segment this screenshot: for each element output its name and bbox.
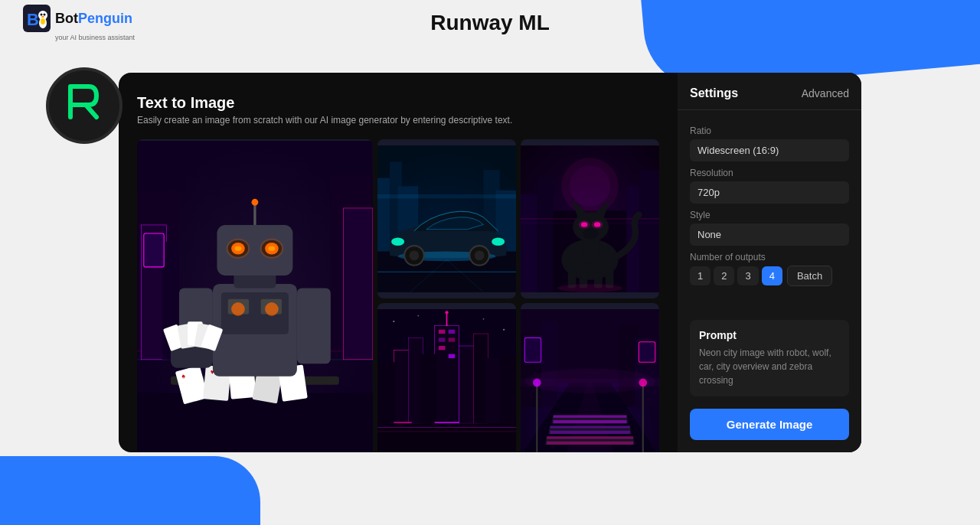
section-title: Text to Image [137, 94, 659, 112]
svg-point-7 [41, 18, 45, 24]
svg-rect-33 [297, 288, 331, 364]
svg-rect-73 [639, 170, 659, 292]
svg-point-121 [445, 311, 448, 314]
svg-point-98 [482, 318, 484, 320]
prompt-text[interactable]: Neon city image with robot, wolf, car, c… [699, 346, 840, 387]
settings-header: Settings Advanced [678, 73, 861, 110]
output-btn-2[interactable]: 2 [714, 266, 734, 285]
city-image [377, 303, 516, 452]
svg-point-65 [409, 250, 419, 260]
main-card: Text to Image Easily create an image fro… [119, 73, 861, 452]
grid-item-robot: ♠ ♥ [137, 139, 373, 452]
svg-point-30 [231, 302, 245, 316]
svg-rect-104 [448, 338, 455, 341]
svg-rect-116 [394, 422, 411, 423]
svg-point-4 [41, 14, 43, 16]
svg-marker-139 [547, 436, 633, 439]
runway-logo [46, 67, 122, 144]
svg-rect-102 [448, 330, 455, 334]
svg-marker-136 [554, 420, 627, 423]
prompt-section: Prompt Neon city image with robot, wolf,… [690, 320, 849, 396]
ratio-label: Ratio [690, 126, 849, 136]
svg-point-91 [592, 220, 603, 229]
svg-marker-135 [554, 415, 627, 417]
outputs-label: Number of outputs [690, 252, 849, 262]
output-btn-1[interactable]: 1 [690, 266, 710, 285]
grid-item-city [377, 303, 516, 452]
svg-rect-146 [521, 378, 659, 386]
svg-rect-129 [639, 342, 655, 363]
grid-item-wolf [521, 139, 659, 298]
svg-rect-14 [343, 208, 372, 360]
grid-item-street [521, 303, 659, 452]
svg-rect-108 [377, 362, 395, 423]
image-grid: ♠ ♥ [137, 139, 659, 452]
style-label: Style [690, 210, 849, 220]
svg-point-95 [393, 321, 394, 322]
svg-marker-140 [547, 442, 633, 445]
svg-marker-137 [550, 426, 629, 428]
output-btn-3[interactable]: 3 [737, 266, 758, 285]
output-btn-4[interactable]: 4 [762, 266, 782, 285]
ratio-value[interactable]: Widescreen (16:9) [690, 139, 849, 161]
logo-text: BotPenguin [55, 11, 132, 25]
logo-tagline: your AI business assistant [55, 34, 135, 41]
botpenguin-logo-icon: B [23, 5, 51, 32]
prompt-label: Prompt [699, 329, 840, 341]
svg-rect-58 [377, 194, 516, 198]
runway-r-icon [63, 80, 106, 123]
resolution-value[interactable]: 720p [690, 181, 849, 204]
grid-item-car [377, 139, 516, 298]
batch-button[interactable]: Batch [787, 266, 832, 286]
bg-decoration-bottom-left [0, 456, 260, 525]
logo: B BotPenguin your AI business assistant [23, 5, 135, 41]
settings-body: Ratio Widescreen (16:9) Resolution 720p … [678, 110, 861, 314]
wolf-image [521, 139, 659, 298]
generate-button[interactable]: Generate Image [690, 409, 849, 440]
svg-rect-101 [439, 330, 446, 334]
left-panel: Text to Image Easily create an image fro… [119, 73, 678, 452]
svg-point-49 [260, 239, 284, 259]
settings-title: Settings [690, 86, 738, 100]
car-image [377, 139, 516, 298]
street-image [521, 303, 659, 452]
svg-rect-115 [434, 422, 459, 423]
svg-text:B: B [27, 10, 39, 29]
style-value[interactable]: None [690, 223, 849, 246]
svg-point-90 [579, 220, 590, 229]
svg-point-31 [265, 302, 279, 316]
header: B BotPenguin your AI business assistant … [0, 0, 980, 46]
outputs-row: 1 2 3 4 Batch [690, 266, 849, 286]
svg-rect-17 [137, 393, 373, 452]
robot-image: ♠ ♥ [137, 139, 373, 452]
section-subtitle: Easily create an image from scratch with… [137, 115, 659, 126]
svg-rect-125 [541, 321, 557, 407]
svg-rect-114 [500, 354, 516, 424]
svg-point-6 [41, 16, 44, 18]
advanced-link[interactable]: Advanced [802, 87, 849, 99]
right-panel: Settings Advanced Ratio Widescreen (16:9… [678, 73, 861, 452]
svg-point-61 [391, 237, 404, 246]
svg-point-62 [492, 237, 505, 246]
svg-rect-16 [144, 233, 164, 267]
page-title: Runway ML [430, 11, 550, 35]
svg-rect-100 [434, 325, 459, 423]
resolution-label: Resolution [690, 168, 849, 178]
svg-rect-110 [420, 354, 436, 424]
svg-point-87 [583, 228, 599, 240]
svg-point-77 [570, 166, 610, 207]
svg-marker-138 [550, 431, 629, 434]
svg-rect-71 [537, 178, 553, 292]
runway-letter [63, 80, 106, 131]
svg-point-5 [44, 14, 46, 16]
svg-rect-128 [524, 338, 541, 362]
svg-point-51 [252, 199, 259, 206]
svg-point-96 [417, 315, 419, 317]
svg-point-67 [475, 250, 485, 260]
svg-rect-103 [439, 338, 446, 341]
svg-rect-106 [448, 354, 455, 358]
svg-rect-105 [439, 346, 446, 350]
svg-point-48 [227, 239, 250, 259]
svg-point-92 [557, 284, 622, 292]
svg-point-99 [503, 329, 505, 331]
